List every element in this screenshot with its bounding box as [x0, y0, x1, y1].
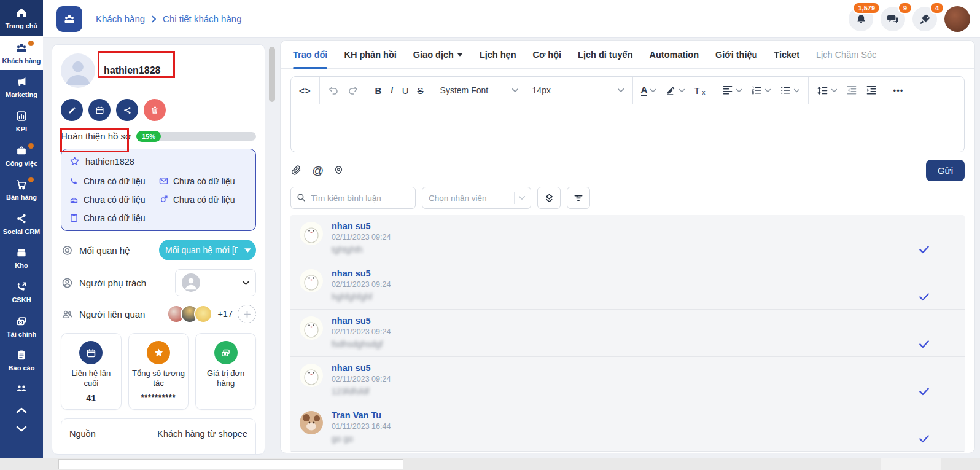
seen-check-icon[interactable]: [918, 434, 930, 444]
more-tools-button[interactable]: •••: [893, 86, 904, 95]
birthday-field[interactable]: Chưa có dữ liệu: [69, 194, 158, 205]
sidebar-item-cskh[interactable]: CSKH: [0, 275, 43, 310]
text-color-button[interactable]: A: [641, 85, 657, 96]
mention-icon[interactable]: @: [312, 165, 324, 176]
relationship-select[interactable]: Mối quan hệ mới [DEFAULT: [159, 240, 256, 260]
calendar-button[interactable]: [88, 99, 111, 121]
related-avatar[interactable]: [194, 305, 212, 323]
module-customers-button[interactable]: [56, 6, 82, 32]
launcher-button[interactable]: 4: [912, 7, 937, 31]
sidebar-item-finance[interactable]: Tài chính: [0, 310, 43, 344]
messages-button[interactable]: 9: [881, 7, 905, 31]
filter-button[interactable]: [567, 187, 590, 209]
sidebar: Trang chủ Khách hàng Marketing KPI Công …: [0, 0, 43, 458]
assignee-select[interactable]: [175, 269, 256, 296]
sidebar-item-kpi[interactable]: KPI: [0, 104, 43, 139]
sidebar-item-tasks[interactable]: Công việc: [0, 139, 43, 173]
chevron-up-icon[interactable]: [15, 406, 28, 414]
related-more-count[interactable]: +17: [217, 309, 233, 319]
seen-check-icon[interactable]: [918, 339, 930, 349]
bullet-list-button[interactable]: [780, 85, 800, 95]
tab-automation[interactable]: Automation: [649, 41, 699, 69]
stat-last-contact[interactable]: Liên hệ lần cuối 41: [61, 333, 122, 410]
add-related-button[interactable]: [238, 305, 256, 323]
redo-button[interactable]: [348, 85, 359, 95]
meta-value[interactable]: Chưa có dữ liệu: [184, 453, 247, 455]
share-button[interactable]: [116, 99, 138, 121]
stat-total-interactions[interactable]: Tổng số tương tác **********: [128, 333, 189, 410]
gender-field[interactable]: Chưa có dữ liệu: [158, 194, 248, 205]
italic-button[interactable]: I: [390, 85, 393, 96]
notifications-button[interactable]: 1,579: [849, 7, 873, 31]
tab-co-hoi[interactable]: Cơ hội: [533, 41, 562, 69]
team-icon[interactable]: [14, 382, 29, 395]
outdent-button[interactable]: [846, 85, 857, 95]
comment-search-input[interactable]: [290, 187, 416, 209]
commenter-avatar[interactable]: [299, 410, 324, 435]
font-size-select[interactable]: 14px: [532, 85, 624, 95]
clear-format-button[interactable]: Tx: [694, 85, 705, 96]
editor-content[interactable]: [291, 104, 964, 152]
breadcrumb-customer-detail[interactable]: Chi tiết khách hàng: [163, 14, 241, 24]
tab-lich-di-tuyen[interactable]: Lịch đi tuyến: [578, 41, 632, 69]
sidebar-item-warehouse[interactable]: Kho: [0, 241, 43, 275]
strikethrough-button[interactable]: S: [418, 85, 424, 96]
sidebar-item-social-crm[interactable]: Social CRM: [0, 207, 43, 241]
sidebar-item-label: Trang chủ: [6, 22, 38, 30]
tab-lich-cham-soc[interactable]: Lịch Chăm Sóc: [816, 41, 876, 69]
location-pin-icon[interactable]: [333, 164, 344, 176]
tab-ticket[interactable]: Ticket: [774, 41, 799, 69]
seen-check-icon[interactable]: [918, 386, 930, 396]
chat-bubbles-icon: [886, 12, 900, 26]
tab-kh-phan-hoi[interactable]: KH phản hồi: [344, 41, 396, 69]
phone-field[interactable]: Chưa có dữ liệu: [69, 176, 158, 186]
note-field[interactable]: Chưa có dữ liệu: [69, 213, 158, 223]
align-button[interactable]: [722, 85, 742, 95]
bold-button[interactable]: B: [375, 85, 382, 96]
font-family-select[interactable]: System Font: [440, 85, 519, 95]
attachment-icon[interactable]: [290, 164, 302, 176]
commenter-avatar[interactable]: [299, 221, 324, 246]
delete-button[interactable]: [144, 99, 166, 121]
tab-gioi-thieu[interactable]: Giới thiệu: [715, 41, 757, 69]
edit-button[interactable]: [61, 99, 83, 121]
tab-giao-dich[interactable]: Giao dịch: [413, 41, 463, 69]
commenter-name[interactable]: nhan su5: [332, 268, 391, 278]
sidebar-item-customers[interactable]: Khách hàng: [0, 36, 43, 71]
customer-avatar[interactable]: [61, 53, 95, 88]
seen-check-icon[interactable]: [918, 292, 930, 302]
user-avatar[interactable]: [944, 6, 970, 32]
sidebar-item-sales[interactable]: Bán hàng: [0, 173, 43, 207]
star-icon[interactable]: [69, 155, 80, 167]
commenter-avatar[interactable]: [299, 268, 324, 293]
sidebar-item-home[interactable]: Trang chủ: [0, 0, 43, 36]
sidebar-item-reports[interactable]: Báo cáo: [0, 343, 43, 378]
email-field[interactable]: Chưa có dữ liệu: [158, 176, 248, 186]
commenter-avatar[interactable]: [299, 363, 324, 388]
collapse-threads-button[interactable]: [537, 187, 561, 209]
chevron-down-icon[interactable]: [15, 425, 28, 433]
employee-select[interactable]: Chọn nhân viên: [422, 187, 531, 209]
indent-button[interactable]: [866, 85, 877, 95]
seen-check-icon[interactable]: [918, 245, 930, 254]
horizontal-scrollbar[interactable]: [58, 459, 403, 469]
commenter-name[interactable]: Tran Van Tu: [332, 410, 391, 420]
divider: [238, 245, 238, 256]
commenter-avatar[interactable]: [299, 316, 324, 340]
ordered-list-button[interactable]: [751, 85, 771, 95]
breadcrumb-customers[interactable]: Khách hàng: [96, 14, 145, 24]
highlight-color-button[interactable]: [665, 85, 685, 96]
send-button[interactable]: Gửi: [926, 160, 965, 181]
undo-button[interactable]: [328, 85, 339, 95]
commenter-name[interactable]: nhan su5: [332, 221, 391, 231]
tab-trao-doi[interactable]: Trao đổi: [293, 41, 327, 69]
panel-scrollbar[interactable]: [269, 47, 275, 102]
tab-lich-hen[interactable]: Lịch hẹn: [480, 41, 516, 69]
commenter-name[interactable]: nhan su5: [332, 316, 391, 326]
underline-button[interactable]: U: [402, 85, 409, 96]
code-view-button[interactable]: <>: [299, 85, 311, 96]
sidebar-item-marketing[interactable]: Marketing: [0, 70, 43, 104]
stat-order-value[interactable]: Giá trị đơn hàng: [195, 333, 256, 410]
line-height-button[interactable]: [817, 85, 838, 96]
commenter-name[interactable]: nhan su5: [332, 363, 391, 373]
